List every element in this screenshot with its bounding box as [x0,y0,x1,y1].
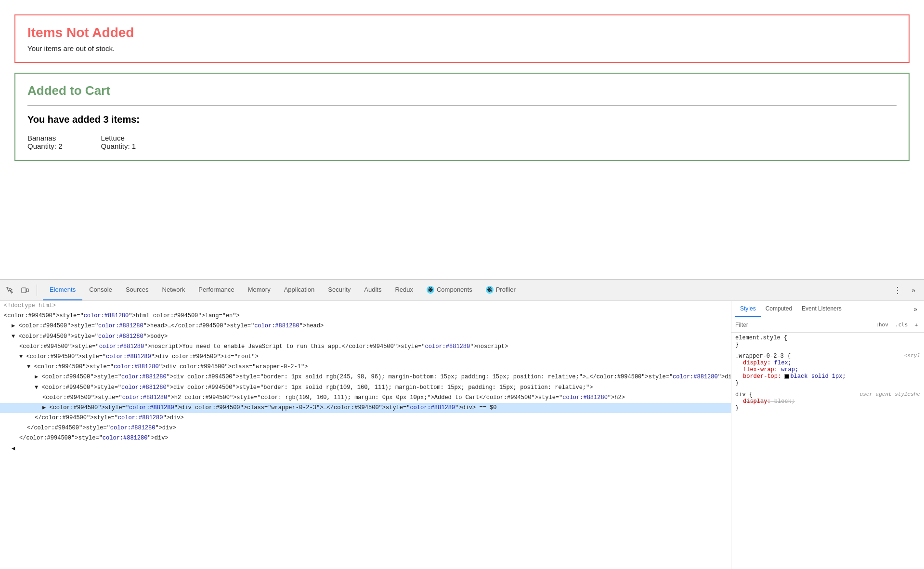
tab-label: Elements [50,286,76,293]
cart-count: You have added 3 items: [27,114,897,125]
tab-label: Sources [126,286,149,293]
cart-title: Added to Cart [27,83,897,98]
styles-tab-styles[interactable]: Styles [735,301,761,317]
html-line[interactable]: ▼ <color:#994500">style="color:#881280">… [0,352,731,362]
devtools-tab-audits[interactable]: Audits [357,280,388,300]
html-line[interactable]: ▼ <color:#994500">style="color:#881280">… [0,362,731,372]
tab-label: Memory [248,286,271,293]
styles-panel: StylesComputedEvent Listeners» :hov .cls… [731,301,924,569]
devtools-tab-profiler[interactable]: Profiler [479,280,522,300]
styles-filter-input[interactable] [735,322,873,328]
tab-label: Application [284,286,315,293]
add-style-button[interactable]: + [912,321,920,329]
html-line[interactable]: </color:#994500">style="color:#881280">d… [0,433,731,443]
devtools-tab-performance[interactable]: Performance [192,280,241,300]
devtools-tab-memory[interactable]: Memory [241,280,277,300]
styles-tab-computed[interactable]: Computed [761,301,797,317]
device-toolbar-icon[interactable] [19,284,31,296]
devtools-tab-network[interactable]: Network [156,280,192,300]
styles-more-button[interactable]: » [911,305,920,313]
styles-content: element.style {}.wrapper-0-2-3 {<styldis… [731,333,924,569]
svg-rect-0 [22,288,26,293]
html-line[interactable]: ▼ <color:#994500">style="color:#881280">… [0,383,731,393]
cart-items: Bananas Quantity: 2 Lettuce Quantity: 1 [27,134,897,150]
cart-item-qty: Quantity: 1 [101,142,136,150]
error-box: Items Not Added Your items are out of st… [14,14,910,63]
cart-item-qty: Quantity: 2 [27,142,63,150]
html-panel: <!doctype html><color:#994500">style="co… [0,301,731,569]
svg-point-9 [489,289,490,290]
hover-filter-button[interactable]: :hov [873,321,891,329]
devtools-body: <!doctype html><color:#994500">style="co… [0,301,924,569]
html-line: <color:#994500">style="color:#881280">h2… [0,393,731,403]
cart-divider [27,105,897,105]
devtools-more-button[interactable]: ⋮ [888,280,907,300]
cart-box: Added to Cart You have added 3 items: Ba… [14,73,910,161]
tab-label: Performance [198,286,234,293]
cart-item-name: Bananas [27,134,63,142]
devtools-tab-security[interactable]: Security [321,280,357,300]
styles-filter-btns: :hov .cls + [873,321,920,329]
styles-tab-event-listeners[interactable]: Event Listeners [797,301,846,317]
styles-tabs: StylesComputedEvent Listeners» [731,301,924,317]
html-line[interactable]: <color:#994500">style="color:#881280">ht… [0,311,731,321]
cart-item-name: Lettuce [101,134,136,142]
react-icon [486,286,494,294]
devtools-tab-components[interactable]: Components [420,280,479,300]
svg-rect-1 [26,289,28,292]
devtools-tabs: ElementsConsoleSourcesNetworkPerformance… [43,280,888,300]
devtools-tab-sources[interactable]: Sources [119,280,156,300]
tab-label: Audits [364,286,381,293]
devtools-icons [4,284,37,296]
html-line: <!doctype html> [0,301,731,311]
devtools-tab-elements[interactable]: Elements [43,280,82,300]
error-title: Items Not Added [27,25,897,40]
devtools-tab-console[interactable]: Console [82,280,119,300]
page-content: Items Not Added Your items are out of st… [0,0,924,279]
cart-item: Bananas Quantity: 2 [27,134,63,150]
inspect-element-icon[interactable] [4,284,15,296]
tab-label: Profiler [496,286,516,293]
devtools-tab-application[interactable]: Application [277,280,322,300]
error-body: Your items are out of stock. [27,44,897,52]
style-rule: div {user agent styleshedisplay: block;} [735,391,920,412]
html-line[interactable]: </color:#994500">style="color:#881280">d… [0,413,731,423]
style-rule: element.style {} [735,335,920,348]
tab-label: Console [89,286,112,293]
cart-item: Lettuce Quantity: 1 [101,134,136,150]
devtools-toolbar: ElementsConsoleSourcesNetworkPerformance… [0,280,924,301]
tab-label: Security [328,286,351,293]
devtools-tab-redux[interactable]: Redux [388,280,420,300]
devtools-expand-button[interactable]: » [907,280,920,300]
svg-point-5 [430,289,431,290]
html-line[interactable]: ▼ <color:#994500">style="color:#881280">… [0,332,731,342]
styles-filter: :hov .cls + [731,317,924,333]
tab-label: Network [162,286,185,293]
html-line[interactable]: </color:#994500">style="color:#881280">d… [0,423,731,433]
html-line[interactable]: ▶ <color:#994500">style="color:#881280">… [0,403,731,413]
tab-label: Components [437,286,472,293]
cls-filter-button[interactable]: .cls [893,321,911,329]
html-line: ◀ [0,444,731,454]
style-rule: .wrapper-0-2-3 {<styldisplay: flex;flex-… [735,353,920,387]
html-line[interactable]: ▶ <color:#994500">style="color:#881280">… [0,372,731,382]
tab-label: Redux [395,286,413,293]
html-line: <color:#994500">style="color:#881280">no… [0,342,731,352]
react-icon [427,286,434,294]
devtools-panel: ElementsConsoleSourcesNetworkPerformance… [0,279,924,569]
html-line[interactable]: ▶ <color:#994500">style="color:#881280">… [0,321,731,331]
